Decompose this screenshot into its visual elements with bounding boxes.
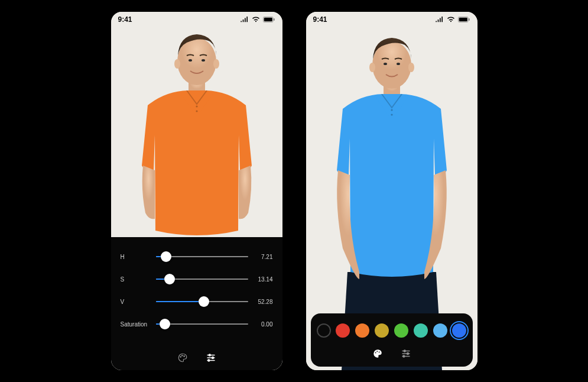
svg-point-39 [404,350,405,352]
svg-point-31 [391,109,392,111]
slider-value: 0.00 [253,321,273,328]
slider-label: V [121,299,151,305]
svg-point-7 [213,59,219,69]
status-time: 9:41 [118,15,132,24]
svg-point-34 [376,351,378,352]
slider-track[interactable] [156,279,248,280]
slider-thumb[interactable] [161,251,171,262]
svg-rect-22 [459,18,467,22]
svg-point-9 [202,59,205,61]
svg-point-6 [174,59,180,69]
svg-point-29 [384,63,387,65]
svg-rect-1 [264,18,272,22]
color-swatch-panel [311,313,473,367]
status-indicators [435,17,470,22]
status-bar: 9:41 [306,12,477,27]
slider-row-h: H7.21 [121,247,273,267]
wifi-icon [447,17,455,22]
sliders-tab-button[interactable] [205,352,217,364]
svg-point-20 [207,360,209,361]
color-swatch-sky[interactable] [433,323,447,338]
slider-value: 7.21 [253,254,273,260]
svg-point-8 [189,59,192,61]
svg-rect-2 [273,18,274,21]
svg-point-12 [180,357,181,358]
svg-point-32 [391,114,392,115]
wifi-icon [252,17,260,22]
slider-track[interactable] [156,256,248,257]
svg-point-10 [196,105,197,107]
slider-row-v: V52.28 [121,292,273,312]
editor-tabbar [111,349,282,367]
color-swatch-red[interactable] [336,323,350,338]
slider-label: S [121,276,151,283]
slider-label: Saturation [121,321,151,328]
svg-point-19 [212,357,213,359]
slider-label: H [121,254,151,260]
slider-thumb[interactable] [199,296,209,307]
svg-point-30 [397,63,400,65]
svg-point-40 [407,353,408,355]
battery-icon [262,17,275,22]
battery-icon [457,17,470,22]
slider-row-saturation: Saturation0.00 [121,314,273,334]
svg-point-11 [196,110,197,112]
color-swatch-blue[interactable] [452,323,466,338]
svg-point-33 [375,352,376,354]
svg-point-13 [181,355,183,357]
slider-track[interactable] [156,301,248,302]
color-swatch-olive[interactable] [375,323,389,338]
svg-point-18 [209,354,210,356]
slider-value: 13.14 [253,276,273,283]
phone-hsv-editor: 9:41 [111,12,282,370]
slider-thumb[interactable] [160,319,170,329]
status-time: 9:41 [313,15,327,24]
slider-row-s: S13.14 [121,269,273,289]
svg-point-35 [378,351,379,352]
svg-rect-23 [468,18,469,21]
svg-point-27 [369,63,375,72]
slider-track[interactable] [156,323,248,325]
slider-value: 52.28 [253,299,273,305]
status-bar: 9:41 [111,12,282,27]
sliders-tab-button[interactable] [400,348,412,360]
svg-point-41 [402,355,404,357]
color-swatch-black[interactable] [317,323,331,338]
cellular-signal-icon [240,17,249,22]
color-swatch-green[interactable] [394,323,408,338]
cellular-signal-icon [435,17,444,22]
palette-tab-button[interactable] [372,348,384,360]
phone-swatch-picker: 9:41 [306,12,477,370]
slider-thumb[interactable] [164,274,175,284]
svg-point-14 [183,356,184,357]
editor-tabbar [317,345,467,362]
palette-tab-button[interactable] [177,352,189,364]
dual-phone-comparison: 9:41 [0,0,588,382]
svg-point-28 [408,63,414,72]
color-swatch-orange[interactable] [355,323,369,338]
color-swatch-teal[interactable] [414,323,428,338]
color-swatch-row [317,321,467,341]
status-indicators [240,17,275,22]
